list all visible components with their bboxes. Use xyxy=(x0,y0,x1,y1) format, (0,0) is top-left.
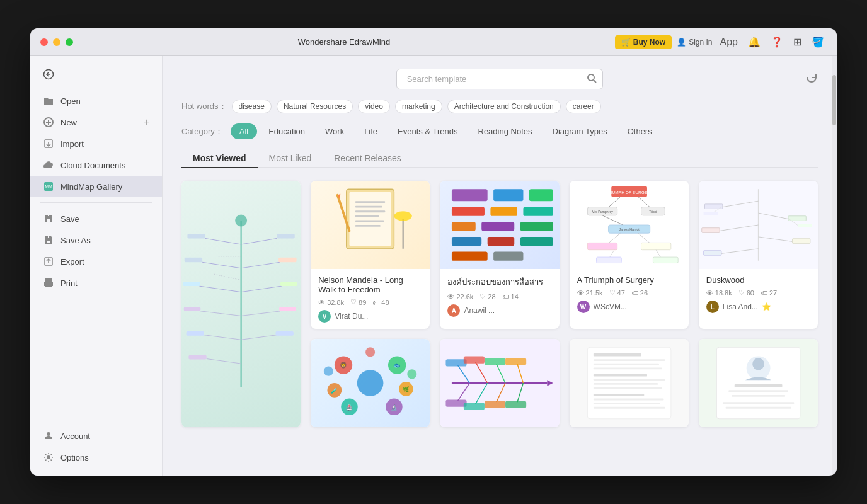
svg-rect-81 xyxy=(587,243,617,249)
template-card-duskwood[interactable]: Duskwood 👁 18.8k ♡ 60 🏷 xyxy=(699,181,818,329)
sidebar-item-saveas[interactable]: Save As xyxy=(30,229,162,251)
search-input[interactable] xyxy=(396,69,604,89)
svg-line-122 xyxy=(476,362,488,383)
sidebar-item-mindmap[interactable]: MM MindMap Gallery xyxy=(30,176,162,197)
svg-line-16 xyxy=(594,80,596,83)
svg-line-89 xyxy=(723,201,759,207)
sidebar-item-import[interactable]: Import xyxy=(30,133,162,154)
template-card-textdoc[interactable] xyxy=(570,339,689,427)
svg-text:James Harriot: James Harriot xyxy=(619,227,640,231)
template-card-thai[interactable]: องค์ประกอบของการสื่อสาร 👁 22.6k ♡ 28 xyxy=(440,181,559,329)
template-title-nelson: Nelson Mandela - Long Walk to Freedom xyxy=(318,275,422,294)
close-button[interactable] xyxy=(40,38,48,46)
refresh-button[interactable] xyxy=(805,71,818,87)
svg-line-120 xyxy=(458,365,470,383)
svg-rect-127 xyxy=(505,358,526,365)
tab-most-liked[interactable]: Most Liked xyxy=(258,149,323,168)
svg-rect-51 xyxy=(355,220,384,222)
template-card-nelson[interactable]: Nelson Mandela - Long Walk to Freedom 👁 … xyxy=(311,181,430,329)
category-life[interactable]: Life xyxy=(355,123,386,139)
hot-word-marketing[interactable]: marketing xyxy=(395,100,442,113)
surgery-thumbnail: TRIUMPH OF SURGERY Mrs Pumphrey Tricki xyxy=(570,181,689,269)
template-author-surgery: W WScVM... xyxy=(577,301,681,313)
search-button[interactable] xyxy=(587,73,597,86)
template-card-persondoc[interactable] xyxy=(699,339,818,427)
hot-word-architecture[interactable]: Architecture and Construction xyxy=(447,100,561,113)
help-icon[interactable]: ❓ xyxy=(768,35,786,49)
svg-line-20 xyxy=(202,262,241,268)
template-card-bubble[interactable]: 🦁 🐟 🌿 🔬 🏥 🧪 xyxy=(311,339,430,427)
app-label-button[interactable]: App xyxy=(718,35,740,49)
svg-rect-144 xyxy=(593,383,657,385)
svg-rect-29 xyxy=(188,355,206,360)
heart-icon: ♡ xyxy=(350,298,357,306)
scrollbar[interactable] xyxy=(832,56,837,476)
template-card-flow[interactable] xyxy=(440,339,559,427)
sidebar-item-print[interactable]: Print xyxy=(30,272,162,294)
large-mindmap-thumbnail xyxy=(181,181,301,427)
svg-rect-12 xyxy=(45,284,52,287)
svg-line-128 xyxy=(458,383,470,401)
tab-most-viewed[interactable]: Most Viewed xyxy=(181,149,258,168)
hot-word-disease[interactable]: disease xyxy=(232,100,272,113)
svg-line-32 xyxy=(241,262,280,268)
svg-point-40 xyxy=(235,215,247,227)
titlebar: Wondershare EdrawMind 🛒 Buy Now 👤 Sign I… xyxy=(30,28,837,56)
sidebar-item-account[interactable]: Account xyxy=(30,425,162,447)
author-avatar-nelson: V xyxy=(318,310,331,323)
hot-word-natural[interactable]: Natural Resources xyxy=(277,100,353,113)
sign-in-button[interactable]: 👤 Sign In xyxy=(677,38,712,47)
tab-recent[interactable]: Recent Releases xyxy=(323,149,413,168)
category-others[interactable]: Others xyxy=(619,123,661,139)
minimize-button[interactable] xyxy=(53,38,60,46)
svg-line-126 xyxy=(517,364,523,383)
svg-rect-83 xyxy=(641,243,670,249)
template-card-surgery[interactable]: TRIUMPH OF SURGERY Mrs Pumphrey Tricki xyxy=(570,181,689,329)
svg-text:🌿: 🌿 xyxy=(403,386,410,393)
svg-rect-49 xyxy=(355,210,385,212)
category-all[interactable]: All xyxy=(231,123,257,139)
print-icon xyxy=(43,277,54,289)
svg-rect-131 xyxy=(464,403,485,410)
svg-rect-135 xyxy=(505,401,526,408)
category-events[interactable]: Events & Trends xyxy=(389,123,466,139)
template-stats-duskwood: 👁 18.8k ♡ 60 🏷 27 xyxy=(706,289,810,297)
hot-word-career[interactable]: career xyxy=(566,100,601,113)
sidebar-item-save[interactable]: Save xyxy=(30,208,162,229)
maximize-button[interactable] xyxy=(66,38,73,46)
account-icon xyxy=(43,430,54,442)
sidebar-item-options[interactable]: Options xyxy=(30,447,162,468)
svg-rect-156 xyxy=(723,402,795,404)
svg-rect-85 xyxy=(596,257,621,263)
svg-rect-149 xyxy=(593,407,665,409)
grid-icon[interactable]: ⊞ xyxy=(791,35,804,49)
category-diagram[interactable]: Diagram Types xyxy=(544,123,616,139)
category-work[interactable]: Work xyxy=(316,123,353,139)
sidebar-item-cloud[interactable]: Cloud Documents xyxy=(30,154,162,176)
sidebar-item-back[interactable] xyxy=(30,64,162,85)
bookmarks-stat: 🏷 48 xyxy=(372,299,389,306)
scrollbar-thumb[interactable] xyxy=(832,75,836,125)
bookmark-icon: 🏷 xyxy=(502,293,509,301)
svg-rect-141 xyxy=(593,367,662,369)
notification-bell-icon[interactable]: 🔔 xyxy=(745,35,763,49)
export-icon xyxy=(43,256,54,267)
heart-icon: ♡ xyxy=(479,292,486,301)
category-reading[interactable]: Reading Notes xyxy=(469,123,541,139)
bookmark-icon: 🏷 xyxy=(631,289,638,297)
sidebar-item-export[interactable]: Export xyxy=(30,251,162,272)
svg-rect-56 xyxy=(494,189,524,201)
thai-thumbnail xyxy=(440,181,559,269)
svg-rect-125 xyxy=(485,358,505,365)
search-container xyxy=(396,69,604,89)
sidebar-item-new[interactable]: New + xyxy=(30,112,162,133)
persondoc-thumbnail xyxy=(699,339,818,427)
template-card-large[interactable] xyxy=(181,181,301,427)
svg-rect-147 xyxy=(593,399,663,401)
main-content: Open New + Import xyxy=(30,56,837,476)
bucket-icon[interactable]: 🪣 xyxy=(809,35,827,49)
hot-word-video[interactable]: video xyxy=(358,100,390,113)
sidebar-item-open[interactable]: Open xyxy=(30,90,162,112)
category-education[interactable]: Education xyxy=(260,123,314,139)
buy-now-button[interactable]: 🛒 Buy Now xyxy=(615,35,672,49)
